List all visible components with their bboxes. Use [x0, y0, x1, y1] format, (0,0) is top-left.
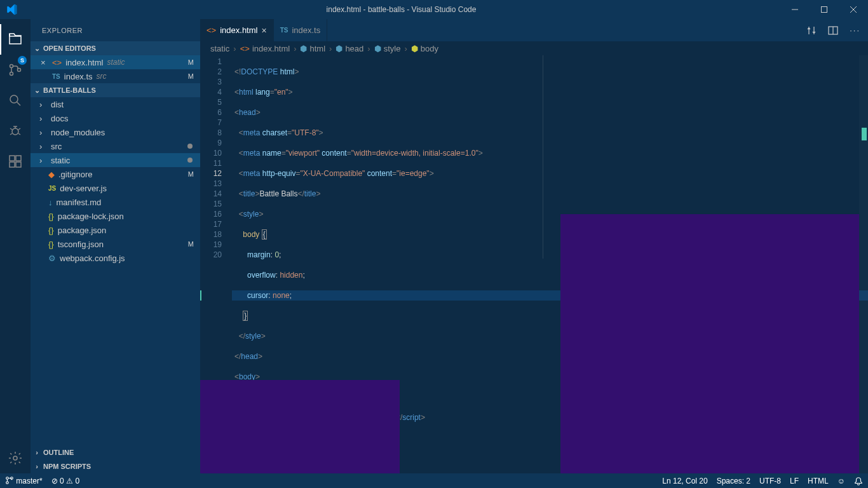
- open-editors-header[interactable]: ⌄OPEN EDITORS: [31, 41, 200, 55]
- svg-point-17: [6, 477, 9, 480]
- breadcrumb-seg[interactable]: static: [210, 44, 229, 53]
- tree-folder-static[interactable]: ›static: [31, 153, 200, 167]
- eol-status[interactable]: LF: [790, 477, 799, 485]
- close-icon[interactable]: ×: [41, 58, 48, 67]
- tree-file-package[interactable]: {}package.json: [31, 223, 200, 237]
- svg-point-5: [10, 72, 13, 76]
- window-controls: [780, 0, 868, 19]
- status-bar: master* ⊘ 0 ⚠ 0 Ln 12, Col 20 Spaces: 2 …: [0, 473, 868, 488]
- html-file-icon: <>: [240, 44, 250, 53]
- git-file-icon: ◆: [48, 170, 55, 179]
- js-file-icon: JS: [48, 185, 56, 192]
- svg-line-8: [17, 102, 21, 106]
- open-editor-index-html[interactable]: × <> index.html static M: [31, 55, 200, 69]
- chevron-right-icon: ›: [33, 463, 41, 470]
- modified-dot-icon: [187, 144, 193, 149]
- cursor-position-status[interactable]: Ln 12, Col 20: [662, 477, 707, 485]
- encoding-status[interactable]: UTF-8: [759, 477, 781, 485]
- tab-bar: <> index.html × TS index.ts ···: [200, 19, 868, 41]
- svg-point-4: [10, 65, 13, 68]
- window-title: index.html - battle-balls - Visual Studi…: [22, 5, 780, 14]
- minimap-block: [200, 380, 400, 473]
- svg-point-9: [12, 128, 18, 135]
- open-editor-index-ts[interactable]: × TS index.ts src M: [31, 69, 200, 83]
- tree-file-gitignore[interactable]: ◆.gitignoreM: [31, 167, 200, 181]
- close-button[interactable]: [839, 0, 868, 19]
- sidebar: EXPLORER ⌄OPEN EDITORS × <> index.html s…: [31, 19, 200, 473]
- code-editor[interactable]: 1234567891011121314151617181920 <!DOCTYP…: [200, 55, 868, 473]
- explorer-activity[interactable]: [0, 24, 31, 55]
- minimap-block: [560, 214, 859, 473]
- more-icon[interactable]: ···: [850, 25, 860, 35]
- close-icon[interactable]: ×: [261, 25, 266, 36]
- language-status[interactable]: HTML: [808, 477, 829, 485]
- overview-ruler[interactable]: [859, 55, 868, 473]
- chevron-right-icon: ›: [39, 114, 47, 123]
- chevron-right-icon: ›: [39, 142, 47, 151]
- ts-file-icon: TS: [52, 73, 60, 80]
- breadcrumb-seg[interactable]: ⬢head: [336, 44, 363, 53]
- tree-file-package-lock[interactable]: {}package-lock.json: [31, 209, 200, 223]
- compare-icon[interactable]: [806, 25, 817, 36]
- breadcrumb-seg[interactable]: ⬢html: [300, 44, 325, 53]
- npm-scripts-header[interactable]: ›NPM SCRIPTS: [31, 459, 200, 473]
- tab-index-html[interactable]: <> index.html ×: [200, 19, 274, 41]
- problems-status[interactable]: ⊘ 0 ⚠ 0: [51, 477, 79, 485]
- json-file-icon: {}: [48, 226, 54, 235]
- search-activity[interactable]: [0, 85, 31, 116]
- editor-area: <> index.html × TS index.ts ··· static› …: [200, 19, 868, 473]
- minimize-button[interactable]: [780, 0, 810, 19]
- svg-rect-10: [10, 156, 15, 161]
- title-bar: index.html - battle-balls - Visual Studi…: [0, 0, 868, 19]
- symbol-icon: ⬢: [411, 44, 418, 53]
- feedback-icon[interactable]: ☺: [837, 477, 845, 485]
- breadcrumb-seg[interactable]: ⬢style: [374, 44, 401, 53]
- breadcrumb[interactable]: static› <>index.html› ⬢html› ⬢head› ⬢sty…: [200, 41, 868, 55]
- config-file-icon: ⚙: [48, 254, 56, 263]
- maximize-button[interactable]: [810, 0, 839, 19]
- chevron-down-icon: ⌄: [33, 86, 41, 95]
- settings-activity[interactable]: [0, 443, 31, 473]
- vscode-logo-icon: [0, 4, 22, 15]
- breadcrumb-seg[interactable]: ⬢body: [411, 44, 438, 53]
- symbol-icon: ⬢: [374, 44, 381, 53]
- tree-file-manifest[interactable]: ↓manifest.md: [31, 195, 200, 209]
- chevron-down-icon: ⌄: [33, 44, 41, 53]
- ts-file-icon: TS: [280, 27, 288, 34]
- svg-point-6: [18, 69, 21, 72]
- activity-bar: [0, 19, 31, 473]
- svg-rect-11: [16, 156, 21, 161]
- svg-rect-12: [10, 162, 15, 167]
- tree-file-tsconfig[interactable]: {}tsconfig.jsonM: [31, 237, 200, 251]
- tree-file-webpack[interactable]: ⚙webpack.config.js: [31, 251, 200, 265]
- git-branch-status[interactable]: master*: [5, 476, 43, 485]
- symbol-icon: ⬢: [300, 44, 307, 53]
- modified-dot-icon: [187, 158, 193, 163]
- split-editor-icon[interactable]: [828, 25, 838, 36]
- breadcrumb-seg[interactable]: <>index.html: [240, 44, 290, 53]
- tree-file-devserver[interactable]: JSdev-server.js: [31, 181, 200, 195]
- svg-point-18: [6, 482, 9, 484]
- chevron-right-icon: ›: [39, 156, 47, 165]
- symbol-icon: ⬢: [336, 44, 342, 53]
- chevron-right-icon: ›: [39, 128, 47, 137]
- json-file-icon: {}: [48, 240, 54, 249]
- tab-actions: ···: [806, 19, 868, 41]
- tree-folder-docs[interactable]: ›docs: [31, 111, 200, 125]
- outline-header[interactable]: ›OUTLINE: [31, 445, 200, 459]
- chevron-right-icon: ›: [33, 449, 41, 456]
- svg-point-14: [13, 456, 17, 460]
- chevron-right-icon: ›: [39, 100, 47, 109]
- svg-point-7: [10, 95, 18, 103]
- tree-folder-node-modules[interactable]: ›node_modules: [31, 125, 200, 139]
- html-file-icon: <>: [52, 58, 62, 67]
- notifications-icon[interactable]: [854, 477, 863, 485]
- extensions-activity[interactable]: [0, 146, 31, 177]
- tree-folder-dist[interactable]: ›dist: [31, 97, 200, 111]
- svg-rect-1: [822, 7, 827, 13]
- debug-activity[interactable]: [0, 116, 31, 146]
- indent-status[interactable]: Spaces: 2: [717, 477, 750, 485]
- tab-index-ts[interactable]: TS index.ts: [274, 19, 328, 41]
- project-header[interactable]: ⌄BATTLE-BALLS: [31, 83, 200, 97]
- tree-folder-src[interactable]: ›src: [31, 139, 200, 153]
